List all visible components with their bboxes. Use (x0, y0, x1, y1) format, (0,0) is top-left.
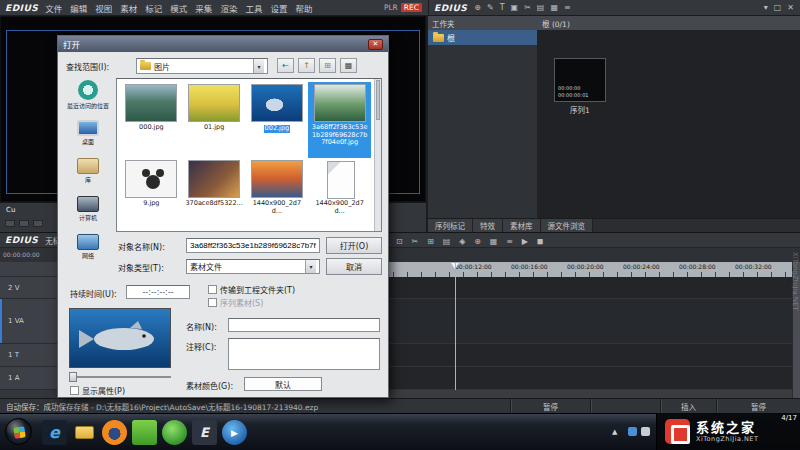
toolbar-icon[interactable]: ⊕ (474, 237, 481, 246)
panel-dropdown-icon[interactable]: ▾ (764, 3, 768, 12)
file-explorer-icon[interactable] (72, 420, 97, 445)
green-app-icon[interactable] (132, 420, 157, 445)
menu-clip[interactable]: 素材 (120, 2, 137, 14)
play-icon[interactable]: ▶ (522, 237, 528, 246)
bin-tree-item-root[interactable]: 根 (428, 30, 537, 45)
new-folder-button[interactable]: ⊞ (319, 58, 336, 73)
maximize-icon[interactable]: □ (774, 3, 782, 12)
cut-icon[interactable]: ✂ (524, 3, 531, 12)
menu-view[interactable]: 视图 (95, 2, 112, 14)
file-item[interactable]: 000.jpg (120, 82, 183, 158)
track-header-title[interactable]: 1 T (0, 344, 57, 367)
checkbox-icon[interactable] (208, 285, 217, 294)
place-libraries[interactable]: 库 (64, 158, 112, 184)
recorder-mode-button[interactable]: REC (401, 3, 422, 12)
list-view-icon[interactable]: ▤ (537, 3, 545, 12)
tray-icon[interactable] (641, 427, 650, 436)
file-item[interactable]: 9.jpg (120, 158, 183, 234)
file-name-input[interactable] (186, 238, 320, 253)
dialog-close-button[interactable]: ✕ (368, 39, 383, 50)
show-properties-checkbox[interactable]: 显示属性(P) (70, 385, 125, 396)
playhead-line[interactable] (455, 262, 456, 390)
preview-scrub-slider[interactable] (69, 376, 171, 378)
file-item-selected[interactable]: 3a68ff2f363c53e1b289f69628c7b7f04e0f.jpg (308, 82, 371, 158)
duration-field[interactable]: --:--:--:-- (126, 285, 190, 299)
monitor-control-button[interactable] (5, 220, 15, 227)
menu-icon[interactable]: ≡ (564, 3, 571, 12)
stop-icon[interactable]: ◼ (537, 237, 544, 246)
name-input[interactable] (228, 318, 380, 332)
edit-icon[interactable]: ✎ (487, 3, 494, 12)
place-recent[interactable]: 最近访问的位置 (64, 80, 112, 110)
place-computer[interactable]: 计算机 (64, 196, 112, 222)
toolbar-icon[interactable]: ▤ (443, 237, 451, 246)
default-color-button[interactable]: 默认 (244, 377, 322, 391)
chevron-down-icon[interactable]: ▾ (253, 59, 264, 73)
back-button[interactable]: ← (277, 58, 294, 73)
chevron-down-icon[interactable]: ▾ (305, 260, 316, 273)
slider-thumb[interactable] (69, 372, 77, 382)
scrollbar-thumb[interactable] (376, 80, 380, 120)
file-type-dropdown[interactable]: 素材文件 ▾ (186, 259, 320, 274)
green-round-app-icon[interactable] (162, 420, 187, 445)
toolbar-icon[interactable]: ◈ (459, 237, 465, 246)
cut-icon[interactable]: ✂ (412, 237, 419, 246)
firefox-icon[interactable] (102, 420, 127, 445)
file-list-scrollbar[interactable] (374, 79, 381, 231)
toolbar-icon[interactable]: ⊡ (396, 237, 403, 246)
comment-input[interactable] (228, 338, 380, 370)
open-button[interactable]: 打开(O) (326, 237, 382, 254)
track-header-audio[interactable]: 1 A (0, 367, 57, 390)
player-mode-button[interactable]: PLR (384, 3, 398, 12)
file-item[interactable]: 1440x900_2d7d... (308, 158, 371, 234)
tab-effects[interactable]: 特效 (473, 219, 503, 232)
capture-icon[interactable]: ▣ (511, 3, 519, 12)
menu-marker[interactable]: 标记 (145, 2, 162, 14)
view-menu-button[interactable]: ▦ (340, 58, 357, 73)
edius-taskbar-icon[interactable]: E (192, 420, 217, 445)
tab-sequence-marker[interactable]: 序列标记 (428, 219, 473, 232)
menu-edit[interactable]: 编辑 (70, 2, 87, 14)
track-header-video[interactable]: 2 V (0, 277, 57, 299)
menu-capture[interactable]: 采集 (195, 2, 212, 14)
toolbar-icon[interactable]: ≡ (506, 237, 513, 246)
file-item[interactable]: 01.jpg (183, 82, 246, 158)
tab-source-browser[interactable]: 源文件浏览 (541, 219, 594, 232)
monitor-control-button[interactable] (33, 220, 43, 227)
tray-expand-icon[interactable]: ▲ (612, 428, 617, 436)
place-network[interactable]: 网络 (64, 234, 112, 260)
up-folder-button[interactable]: ↑ (298, 58, 315, 73)
monitor-control-button[interactable] (19, 220, 29, 227)
tab-asset-library[interactable]: 素材库 (503, 219, 541, 232)
place-desktop[interactable]: 桌面 (64, 120, 112, 146)
look-in-dropdown[interactable]: 图片 ▾ (136, 58, 268, 74)
menu-file[interactable]: 文件 (45, 2, 62, 14)
menu-mode[interactable]: 模式 (170, 2, 187, 14)
sequence-clip-checkbox[interactable]: 序列素材(S) (208, 297, 263, 308)
title-tool-icon[interactable]: T (500, 3, 505, 12)
toolbar-icon[interactable]: ▦ (490, 237, 498, 246)
toolbar-icon[interactable]: ⊞ (427, 237, 434, 246)
file-item[interactable]: 1440x900_2d7d... (246, 158, 309, 234)
start-button[interactable] (5, 418, 32, 445)
internet-explorer-icon[interactable]: e (42, 420, 67, 445)
file-item[interactable]: 002.jpg (246, 82, 309, 158)
look-in-label: 查找范围(I): (66, 61, 109, 72)
checkbox-icon[interactable] (208, 298, 217, 307)
close-panel-icon[interactable]: ✕ (787, 3, 794, 12)
tray-icon[interactable] (628, 427, 637, 436)
menu-render[interactable]: 渲染 (220, 2, 237, 14)
menu-tools[interactable]: 工具 (245, 2, 262, 14)
add-clip-icon[interactable]: ⊕ (474, 3, 481, 12)
track-header-va[interactable]: 1 VA (0, 299, 57, 344)
cancel-button[interactable]: 取消 (326, 258, 382, 275)
file-item[interactable]: 370ace8df5322... (183, 158, 246, 234)
grid-view-icon[interactable]: ▦ (550, 3, 558, 12)
menu-settings[interactable]: 设置 (270, 2, 287, 14)
transfer-to-project-checkbox[interactable]: 传输到工程文件夹(T) (208, 284, 295, 295)
bin-clip-sequence[interactable]: 00:00:00 00:00:00:01 (554, 58, 606, 102)
media-player-icon[interactable]: ▶ (222, 420, 247, 445)
menu-help[interactable]: 帮助 (295, 2, 312, 14)
checkbox-icon[interactable] (70, 386, 79, 395)
dialog-title-bar[interactable]: 打开 ✕ (58, 36, 388, 52)
